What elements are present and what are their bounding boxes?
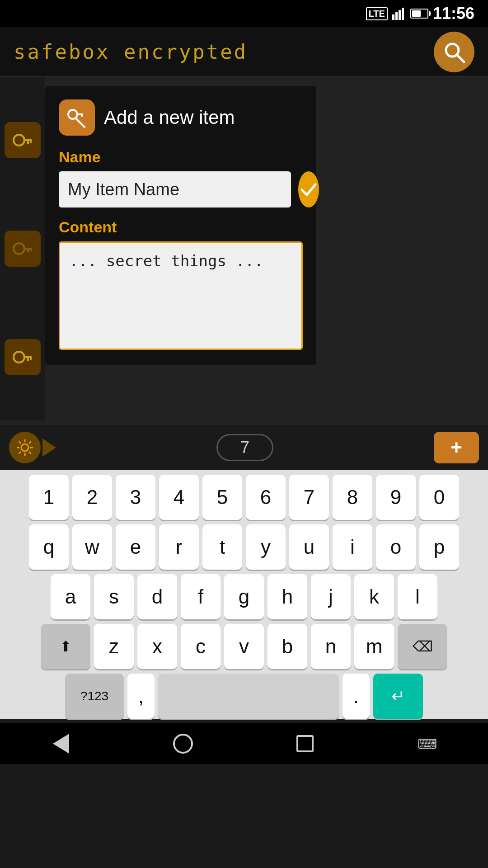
nav-back-button[interactable] (47, 730, 75, 757)
keyboard-row-qwerty: q w e r t y u i o p (0, 524, 488, 570)
key-8[interactable]: 8 (333, 475, 372, 520)
status-icons: LTE 11:56 (366, 4, 474, 23)
gear-icon (15, 438, 35, 458)
svg-rect-16 (30, 356, 32, 360)
sidebar-item-3[interactable] (5, 339, 41, 375)
svg-point-22 (21, 444, 28, 451)
key-k[interactable]: k (354, 574, 394, 619)
key-w[interactable]: w (72, 524, 112, 570)
comma-key[interactable]: , (127, 674, 155, 719)
gear-icon-wrap (9, 432, 41, 463)
svg-rect-8 (30, 139, 32, 143)
content-label: Content (59, 218, 303, 236)
svg-line-28 (29, 452, 31, 454)
key-icon-2 (10, 236, 35, 261)
status-bar: LTE 11:56 (0, 0, 488, 27)
key-p[interactable]: p (419, 524, 459, 570)
symbols-key[interactable]: ?123 (65, 674, 124, 719)
enter-key[interactable]: ↵ (373, 674, 423, 719)
wrench-key-icon (65, 105, 89, 130)
key-r[interactable]: r (159, 524, 199, 570)
key-l[interactable]: l (398, 574, 437, 619)
sidebar-item-1[interactable] (5, 122, 41, 158)
key-q[interactable]: q (29, 524, 69, 570)
add-item-dialog: Add a new item Name Content ... secret t… (45, 86, 316, 365)
key-n[interactable]: n (311, 624, 351, 669)
key-z[interactable]: z (94, 624, 134, 669)
key-g[interactable]: g (224, 574, 264, 619)
home-icon (173, 734, 193, 754)
signal-icon (392, 7, 406, 20)
key-m[interactable]: m (354, 624, 394, 669)
keyboard-row-zxcv: ⬆ z x c v b n m ⌫ (0, 624, 488, 669)
key-x[interactable]: x (137, 624, 177, 669)
key-6[interactable]: 6 (246, 475, 286, 520)
svg-rect-20 (81, 113, 83, 117)
svg-rect-13 (27, 250, 29, 252)
svg-line-27 (19, 442, 21, 444)
key-d[interactable]: d (137, 574, 177, 619)
dialog-header: Add a new item (59, 99, 303, 136)
svg-line-29 (29, 442, 31, 444)
back-icon (53, 734, 69, 754)
recents-icon (296, 735, 314, 752)
key-h[interactable]: h (267, 574, 307, 619)
key-o[interactable]: o (376, 524, 416, 570)
keyboard-row-asdf: a s d f g h j k l (0, 574, 488, 619)
content-textarea[interactable]: ... secret things ... (59, 241, 303, 350)
key-a[interactable]: a (51, 574, 90, 619)
svg-line-21 (75, 118, 84, 127)
keyboard-icon: ⌨ (418, 736, 437, 752)
keyboard-row-numbers: 1 2 3 4 5 6 7 8 9 0 (0, 475, 488, 520)
key-i[interactable]: i (333, 524, 372, 570)
app-header: safebox encrypted (0, 27, 488, 77)
key-t[interactable]: t (202, 524, 242, 570)
search-icon (442, 40, 466, 64)
svg-rect-9 (27, 141, 29, 144)
space-key[interactable] (158, 674, 339, 719)
key-y[interactable]: y (246, 524, 286, 570)
key-3[interactable]: 3 (116, 475, 155, 520)
name-row (59, 171, 303, 208)
key-2[interactable]: 2 (72, 475, 112, 520)
svg-rect-3 (402, 8, 404, 20)
key-0[interactable]: 0 (419, 475, 459, 520)
keyboard: 1 2 3 4 5 6 7 8 9 0 q w e r t y u i o p … (0, 470, 488, 719)
svg-rect-12 (30, 248, 32, 251)
nav-bar: ⌨ (0, 723, 488, 764)
nav-recents-button[interactable] (291, 730, 319, 757)
key-b[interactable]: b (267, 624, 307, 669)
key-4[interactable]: 4 (159, 475, 199, 520)
key-s[interactable]: s (94, 574, 134, 619)
key-u[interactable]: u (289, 524, 329, 570)
key-f[interactable]: f (181, 574, 221, 619)
battery-icon (410, 9, 428, 19)
key-v[interactable]: v (224, 624, 264, 669)
nav-keyboard-button[interactable]: ⌨ (413, 730, 441, 757)
name-input[interactable] (59, 171, 291, 208)
key-1[interactable]: 1 (29, 475, 69, 520)
checkmark-icon (298, 179, 319, 200)
key-e[interactable]: e (116, 524, 155, 570)
shift-key[interactable]: ⬆ (41, 624, 90, 669)
dialog-icon (59, 99, 95, 136)
key-5[interactable]: 5 (202, 475, 242, 520)
key-7[interactable]: 7 (289, 475, 329, 520)
dialog-title: Add a new item (104, 107, 235, 128)
sidebar-item-2[interactable] (5, 231, 41, 267)
nav-home-button[interactable] (169, 730, 197, 757)
main-content: Add a new item Name Content ... secret t… (0, 77, 488, 470)
key-j[interactable]: j (311, 574, 351, 619)
search-button[interactable] (434, 32, 474, 72)
bottom-toolbar: 7 + (0, 425, 488, 470)
key-c[interactable]: c (181, 624, 221, 669)
settings-button[interactable] (9, 432, 56, 463)
svg-point-10 (14, 243, 24, 254)
page-number: 7 (240, 438, 249, 457)
confirm-button[interactable] (298, 171, 319, 208)
add-button[interactable]: + (434, 432, 479, 463)
key-9[interactable]: 9 (376, 475, 416, 520)
backspace-key[interactable]: ⌫ (398, 624, 447, 669)
period-key[interactable]: . (343, 674, 370, 719)
name-label: Name (59, 148, 303, 166)
